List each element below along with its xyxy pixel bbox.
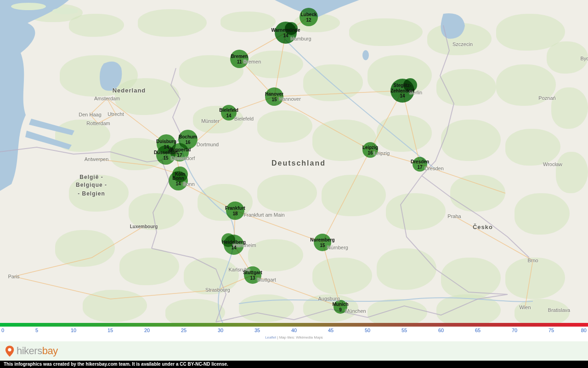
map-city-label: Münster xyxy=(201,118,220,124)
city-marker-label: Hanover15 xyxy=(265,92,283,102)
map-country-label: - Belgien xyxy=(78,190,105,197)
map-city-label: Szczecin xyxy=(452,41,473,47)
location-pin-icon xyxy=(5,345,15,357)
city-marker-label: Dresden17 xyxy=(411,159,429,170)
map-city-label: Bonn xyxy=(183,181,195,187)
brand-bar: hikersbay xyxy=(0,341,588,361)
map-city-label: Strasbourg xyxy=(205,287,230,293)
map-city-label: Rotterdam xyxy=(86,121,110,126)
map-city-label: Augsburg xyxy=(318,296,339,301)
map-city-label: Bratislava xyxy=(548,307,570,313)
map-city-label: Amsterdam xyxy=(94,96,120,101)
map-country-label: België - xyxy=(79,174,103,180)
city-marker-label: Munich9 xyxy=(333,302,349,312)
map-city-label: Bydgoszcz xyxy=(580,56,588,61)
map-attribution: Leaflet | Map tiles: Wikimedia Maps xyxy=(0,335,588,341)
scale-ticks: 05101520253035404550556065707580 xyxy=(0,327,588,335)
scale-tick-label: 70 xyxy=(512,328,517,333)
map-country-label: Česko xyxy=(473,224,493,230)
scale-tick-label: 0 xyxy=(1,328,4,333)
license-text: This infographics was created by the hik… xyxy=(4,362,228,367)
scale-tick-label: 10 xyxy=(71,328,76,333)
scale-tick-label: 60 xyxy=(438,328,444,333)
map-country-label: Nederland xyxy=(113,87,146,94)
city-marker-label: Bielefeld14 xyxy=(219,108,238,118)
leaflet-link[interactable]: Leaflet xyxy=(265,335,276,339)
scale-gradient-bar xyxy=(0,323,588,327)
map-city-label: Praha xyxy=(447,213,461,219)
license-bar: This infographics was created by the hik… xyxy=(0,361,588,368)
pollution-scale: 05101520253035404550556065707580 xyxy=(0,323,588,335)
city-marker-label: Nuremberg15 xyxy=(310,237,334,248)
city-marker-label: Frankfurt18 xyxy=(225,206,245,216)
scale-tick-label: 20 xyxy=(144,328,150,333)
map-city-label: Brno xyxy=(527,258,538,263)
map-country-label: Belgique - xyxy=(76,182,107,188)
map-city-label: Poznań xyxy=(538,95,555,101)
city-marker-label: Lubeck12 xyxy=(300,12,317,23)
tiles-credit: | Map tiles: Wikimedia Maps xyxy=(276,335,323,339)
city-marker-label: Bonn14 xyxy=(172,176,184,186)
map-city-label: Utrecht xyxy=(107,111,124,117)
map-city-label: Dortmund xyxy=(197,142,219,147)
scale-tick-label: 65 xyxy=(475,328,481,333)
city-marker-label: Leipzig16 xyxy=(362,145,378,155)
scale-tick-label: 55 xyxy=(401,328,407,333)
city-marker-label: Bremen11 xyxy=(231,54,248,64)
map-city-label: Wien xyxy=(519,305,531,310)
map-city-label: Den Haag xyxy=(79,112,102,117)
infographic-root: HamburgBremenHannoverBielefeldMünsterDor… xyxy=(0,0,588,368)
city-marker-label: Stuttgart13 xyxy=(243,270,262,281)
map-country-label: Luxembourg xyxy=(130,224,158,229)
scale-tick-label: 25 xyxy=(181,328,187,333)
map-canvas[interactable]: HamburgBremenHannoverBielefeldMünsterDor… xyxy=(0,0,588,323)
scale-tick-label: 45 xyxy=(328,328,334,333)
city-marker-label: Düsseldorf15 xyxy=(154,150,178,161)
scale-tick-label: 30 xyxy=(218,328,223,333)
scale-tick-label: 80 xyxy=(581,328,587,333)
map-city-label: Frankfurt am Main xyxy=(243,212,284,218)
city-marker-label: Warnemünde14 xyxy=(271,28,300,38)
map-city-label: Paris xyxy=(8,274,19,279)
city-marker-label: Bochum16 xyxy=(179,134,197,145)
scale-tick-label: 5 xyxy=(35,328,38,333)
brand-text-bay: bay xyxy=(42,345,58,356)
city-marker-label: Steglitz-Zehlendorf14 xyxy=(390,83,414,99)
scale-tick-label: 35 xyxy=(254,328,260,333)
map-city-label: Wrocław xyxy=(543,161,562,167)
scale-tick-label: 50 xyxy=(365,328,370,333)
city-marker-label: Heidelberg14 xyxy=(222,240,246,250)
map-country-label: Deutschland xyxy=(271,159,326,167)
scale-tick-label: 75 xyxy=(548,328,554,333)
hikersbay-logo[interactable]: hikersbay xyxy=(5,345,58,357)
brand-text-hikers: hikers xyxy=(17,345,42,356)
scale-tick-label: 15 xyxy=(107,328,113,333)
map-city-label: Antwerpen xyxy=(85,156,109,162)
scale-tick-label: 40 xyxy=(291,328,297,333)
